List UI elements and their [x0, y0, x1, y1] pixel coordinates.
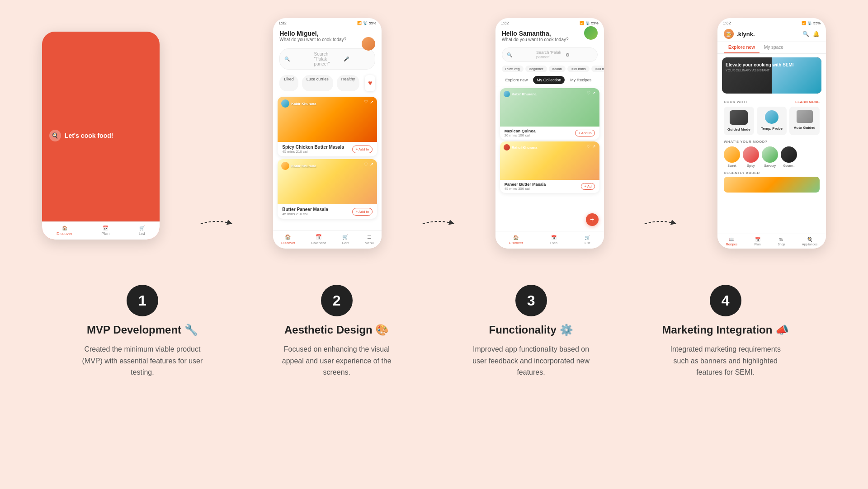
p1-nav-list[interactable]: 🛒 List	[139, 226, 145, 236]
p1-bottom-nav: 🏠 Discover 📅 Plan 🛒 List	[42, 221, 160, 240]
step-desc-2: Focused on enhancing the visual appeal a…	[274, 343, 400, 378]
p3-nav-plan[interactable]: 📅 Plan	[550, 235, 557, 245]
p1-nav-label-discover: Discover	[57, 231, 72, 236]
p2-cart-icon: 🛒	[342, 234, 349, 240]
p4-auto-label: Auto Guided	[794, 126, 816, 130]
p3-pill-beginner[interactable]: Beginner	[525, 66, 547, 72]
p3-recipe-card-2[interactable]: Rahul Khurana ♡ ↗ Paneer Butter Masala 4…	[500, 141, 599, 193]
p1-nav-label-list: List	[139, 231, 145, 236]
p4-mood-savoury[interactable]: Savoury	[762, 146, 778, 167]
step-circle-3: 3	[515, 285, 547, 316]
p3-fab[interactable]: +	[586, 213, 599, 226]
p4-nav-label-appliances: Appliances	[802, 243, 817, 246]
p2-bottom-nav: 🏠 Discover 📅 Calendar 🛒 Cart ☰ Menu	[273, 230, 382, 249]
p2-share-icon-r2[interactable]: ↗	[370, 162, 373, 167]
p2-tab-liked[interactable]: Liked	[279, 75, 298, 91]
p2-add-btn-1[interactable]: + Add to	[352, 146, 373, 153]
p2-mic-icon[interactable]: 🎤	[344, 56, 370, 61]
p4-auto-icon	[797, 110, 813, 123]
p3-pill-italian[interactable]: Italian	[549, 66, 566, 72]
p2-header: Hello Miguel, What do you want to cook t…	[273, 26, 382, 46]
p4-search-icon[interactable]: 🔍	[802, 31, 809, 37]
p2-recipe-footer-2: Butter Paneer Masala 45 mins 210 cal + A…	[278, 204, 377, 219]
p2-heart-icon-r1[interactable]: ♡	[364, 99, 368, 104]
p4-nav-recipes[interactable]: 📖 Recipes	[726, 237, 737, 246]
p3-share-r2[interactable]: ↗	[592, 144, 596, 149]
p1-nav-discover[interactable]: 🏠 Discover	[57, 226, 72, 236]
p3-tab-myrecipes[interactable]: My Recipes	[566, 76, 595, 84]
p2-add-btn-2[interactable]: + Add to	[352, 208, 373, 216]
p2-nav-label-cart: Cart	[342, 241, 349, 245]
p4-nav-plan[interactable]: 📅 Plan	[755, 237, 761, 246]
p3-status-bar: 1:32 📶 📡 55%	[495, 18, 604, 26]
p3-tab-explore[interactable]: Explore new	[502, 76, 532, 84]
p4-mood-spicy[interactable]: Spicy	[743, 146, 759, 167]
p3-share-r1[interactable]: ↗	[592, 91, 596, 95]
p3-add-btn-2[interactable]: + Ad	[581, 183, 594, 190]
p3-search-bar[interactable]: 🔍 Search 'Palak paneer' ⚙	[502, 47, 598, 62]
p3-recipe-card-1[interactable]: Kabir Khurana ♡ ↗ Mexican Quinoa 20 mins…	[500, 88, 599, 140]
p2-search-icon: 🔍	[284, 56, 311, 61]
p2-recipe-card-2[interactable]: Kabir Khurana ♡ ↗ Butter Paneer Masala 4…	[278, 159, 377, 219]
p3-pill-15min[interactable]: <15 mins	[567, 66, 590, 72]
p2-nav-label-menu: Menu	[365, 241, 374, 245]
p4-section-title: COOK WITH	[724, 100, 747, 104]
p2-menu-icon: ☰	[367, 234, 372, 240]
p2-nav-menu[interactable]: ☰ Menu	[365, 234, 374, 245]
p3-search-text: Search 'Palak paneer'	[536, 50, 563, 59]
p2-nav-discover[interactable]: 🏠 Discover	[281, 234, 295, 245]
arrow-2-3	[420, 217, 457, 230]
p1-nav-plan[interactable]: 📅 Plan	[101, 226, 109, 236]
p4-tab-myspace[interactable]: My space	[760, 42, 788, 53]
p2-cal-icon: 📅	[316, 234, 322, 240]
p3-nav-discover[interactable]: 🏠 Discover	[509, 235, 523, 245]
p1-logo-icon: 🍳	[49, 130, 61, 141]
p3-pill-30min[interactable]: <30 mins	[591, 66, 604, 72]
p2-nav-label-cal: Calendar	[311, 241, 326, 245]
p4-tab-explore[interactable]: Explore new	[724, 42, 760, 53]
p3-recipe-img-1: Kabir Khurana ♡ ↗	[500, 88, 599, 127]
p2-nav-cal[interactable]: 📅 Calendar	[311, 234, 326, 245]
p3-card-avatar-2	[504, 144, 510, 150]
p3-card-username-1: Kabir Khurana	[512, 92, 537, 96]
phone3-mockup: 1:32 📶 📡 55% Hello Samantha, What do you…	[495, 18, 604, 249]
p4-mood-sweet[interactable]: Sweet	[724, 146, 740, 167]
p2-liked-card[interactable]: ♥	[365, 75, 375, 91]
p3-filter-icon[interactable]: ⚙	[566, 52, 592, 57]
p4-guided-mode[interactable]: Guided Mode	[724, 107, 754, 135]
p4-bottom-nav: 📖 Recipes 📅 Plan 🛍 Shop 🍳 Appliances	[717, 234, 826, 249]
p4-time: 1:32	[723, 21, 731, 25]
p1-discover-icon: 🏠	[62, 226, 67, 230]
p2-nav-label-discover: Discover	[281, 241, 295, 245]
p4-nav-label-shop: Shop	[778, 243, 785, 246]
p3-heart-r2[interactable]: ♡	[587, 144, 590, 149]
p2-recipe-card-1[interactable]: Kabir Khurana ♡ ↗ Spicy Chicken Butter M…	[278, 97, 377, 156]
p4-temp-probe[interactable]: Temp. Probe	[757, 107, 787, 135]
p2-recipe-footer-1: Spicy Chicken Butter Masala 45 mins 210 …	[278, 142, 377, 156]
p2-share-icon-r1[interactable]: ↗	[370, 99, 373, 104]
p2-search-bar[interactable]: 🔍 Search "Palak paneer" 🎤	[279, 48, 375, 70]
p4-bell-icon[interactable]: 🔔	[813, 31, 820, 37]
p4-shop-icon: 🛍	[779, 237, 783, 242]
p3-nav-label-list: List	[585, 241, 590, 245]
p4-nav-shop[interactable]: 🛍 Shop	[778, 237, 785, 246]
p2-heart-icon-r2[interactable]: ♡	[364, 162, 368, 167]
phones-row: 🍳 Let's cook food! 🔍 Healthy B	[27, 18, 841, 249]
p3-pill-pureveg[interactable]: Pure veg	[502, 66, 524, 72]
p3-add-btn-1[interactable]: + Add to	[575, 130, 595, 136]
p2-card-avatar-1	[281, 99, 289, 108]
step-desc-4: Integrated marketing requirements such a…	[662, 343, 789, 378]
p2-tab-luxe[interactable]: Luxe curries	[302, 75, 333, 91]
p4-auto-guided[interactable]: Auto Guided	[789, 107, 820, 135]
p4-guided-icon	[730, 110, 748, 125]
p2-tab-healthy[interactable]: Healthy	[337, 75, 360, 91]
p2-nav-cart[interactable]: 🛒 Cart	[342, 234, 349, 245]
p4-status-icons: 📶 📡 55%	[802, 21, 821, 25]
p3-header: Hello Samantha, What do you want to cook…	[495, 26, 604, 46]
p3-tab-collection[interactable]: My Collection	[533, 76, 565, 84]
p4-learn-more[interactable]: LEARN MORE	[795, 100, 820, 104]
p3-heart-r1[interactable]: ♡	[587, 91, 590, 95]
p4-mood-gourmet[interactable]: Gourm..	[781, 146, 797, 167]
p3-nav-list[interactable]: 🛒 List	[585, 235, 590, 245]
p4-nav-appliances[interactable]: 🍳 Appliances	[802, 237, 817, 246]
